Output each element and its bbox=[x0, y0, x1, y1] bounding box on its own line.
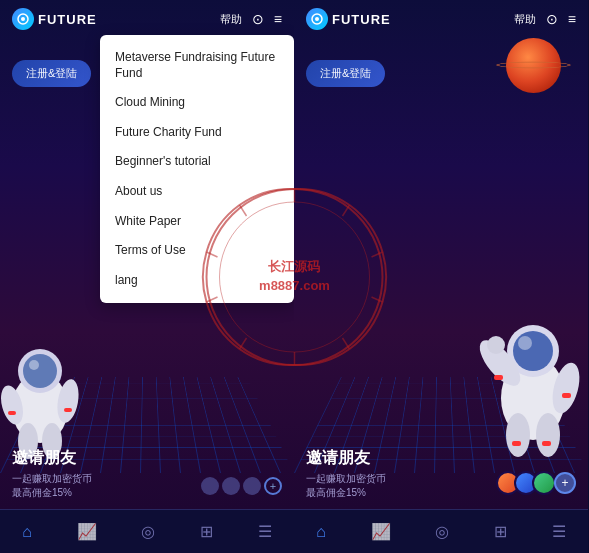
globe-icon-right[interactable]: ⊙ bbox=[546, 11, 558, 27]
dropdown-menu: Metaverse Fundraising Future Fund Cloud … bbox=[100, 35, 294, 303]
nav-chart-left[interactable]: 📈 bbox=[77, 522, 97, 541]
logo-area: FUTURE bbox=[12, 8, 97, 30]
menu-icon-right[interactable]: ≡ bbox=[568, 11, 576, 27]
invite-subtitle-line1-left: 一起赚取加密货币 bbox=[12, 472, 282, 486]
profile-icon-right: ☰ bbox=[552, 522, 566, 541]
nav-profile-left[interactable]: ☰ bbox=[258, 522, 272, 541]
logo-text-right: FUTURE bbox=[332, 12, 391, 27]
chart-icon-right: 📈 bbox=[371, 522, 391, 541]
menu-item-lang[interactable]: lang bbox=[100, 266, 294, 296]
invite-subtitle-line1-right: 一起赚取加密货币 bbox=[306, 472, 576, 486]
help-link[interactable]: 帮助 bbox=[220, 12, 242, 27]
nav-stats-left[interactable]: ⊞ bbox=[200, 522, 213, 541]
svg-point-13 bbox=[315, 17, 319, 21]
globe-icon[interactable]: ⊙ bbox=[252, 11, 264, 27]
svg-rect-23 bbox=[494, 375, 503, 380]
invite-title-right: 邀请朋友 bbox=[306, 448, 576, 469]
menu-item-metaverse[interactable]: Metaverse Fundraising Future Fund bbox=[100, 43, 294, 88]
invite-title-left: 邀请朋友 bbox=[12, 448, 282, 469]
svg-rect-11 bbox=[64, 408, 72, 412]
header-right: 帮助 ⊙ ≡ bbox=[220, 11, 282, 27]
bottom-section-right: 邀请朋友 一起赚取加密货币 最高佣金15% bbox=[294, 440, 588, 508]
home-icon: ⌂ bbox=[22, 523, 32, 541]
logo-area-right: FUTURE bbox=[306, 8, 391, 30]
planet bbox=[498, 30, 568, 100]
svg-point-17 bbox=[518, 336, 532, 350]
menu-item-charity[interactable]: Future Charity Fund bbox=[100, 118, 294, 148]
register-button[interactable]: 注册&登陆 bbox=[12, 60, 91, 87]
header-right: FUTURE 帮助 ⊙ ≡ bbox=[294, 0, 588, 38]
invite-subtitle-line2-left: 最高佣金15% bbox=[12, 486, 282, 500]
invite-subtitle-line2-right: 最高佣金15% bbox=[306, 486, 576, 500]
menu-item-terms[interactable]: Terms of Use bbox=[100, 236, 294, 266]
svg-point-5 bbox=[29, 360, 39, 370]
chart-icon: 📈 bbox=[77, 522, 97, 541]
header-left: FUTURE 帮助 ⊙ ≡ bbox=[0, 0, 294, 38]
nav-chart-right[interactable]: 📈 bbox=[371, 522, 391, 541]
menu-item-whitepaper[interactable]: White Paper bbox=[100, 207, 294, 237]
svg-point-19 bbox=[487, 336, 505, 354]
menu-item-cloud-mining[interactable]: Cloud Mining bbox=[100, 88, 294, 118]
home-icon-right: ⌂ bbox=[316, 523, 326, 541]
svg-point-16 bbox=[513, 331, 553, 371]
help-link-right[interactable]: 帮助 bbox=[514, 12, 536, 27]
astronaut-right bbox=[468, 303, 588, 463]
right-panel: FUTURE 帮助 ⊙ ≡ 注册&登陆 bbox=[294, 0, 588, 553]
menu-item-tutorial[interactable]: Beginner's tutorial bbox=[100, 147, 294, 177]
bottom-section-left: 邀请朋友 一起赚取加密货币 最高佣金15% bbox=[0, 440, 294, 508]
nav-wallet-right[interactable]: ◎ bbox=[435, 522, 449, 541]
logo-icon bbox=[12, 8, 34, 30]
svg-rect-10 bbox=[8, 411, 16, 415]
nav-home-right[interactable]: ⌂ bbox=[316, 523, 326, 541]
wallet-icon-right: ◎ bbox=[435, 522, 449, 541]
menu-item-about[interactable]: About us bbox=[100, 177, 294, 207]
nav-wallet-left[interactable]: ◎ bbox=[141, 522, 155, 541]
wallet-icon: ◎ bbox=[141, 522, 155, 541]
svg-point-1 bbox=[21, 17, 25, 21]
planet-ring bbox=[496, 62, 571, 69]
nav-home-left[interactable]: ⌂ bbox=[22, 523, 32, 541]
svg-rect-24 bbox=[562, 393, 571, 398]
profile-icon: ☰ bbox=[258, 522, 272, 541]
bottom-nav-left: ⌂ 📈 ◎ ⊞ ☰ bbox=[0, 509, 294, 553]
bottom-nav-right: ⌂ 📈 ◎ ⊞ ☰ bbox=[294, 509, 588, 553]
logo-icon-right bbox=[306, 8, 328, 30]
svg-point-4 bbox=[23, 354, 57, 388]
nav-profile-right[interactable]: ☰ bbox=[552, 522, 566, 541]
header-right-right: 帮助 ⊙ ≡ bbox=[514, 11, 576, 27]
menu-icon[interactable]: ≡ bbox=[274, 11, 282, 27]
register-button-right[interactable]: 注册&登陆 bbox=[306, 60, 385, 87]
nav-stats-right[interactable]: ⊞ bbox=[494, 522, 507, 541]
stats-icon-right: ⊞ bbox=[494, 522, 507, 541]
stats-icon: ⊞ bbox=[200, 522, 213, 541]
logo-text: FUTURE bbox=[38, 12, 97, 27]
left-panel: FUTURE 帮助 ⊙ ≡ 注册&登陆 Metaverse Fundraisin… bbox=[0, 0, 294, 553]
